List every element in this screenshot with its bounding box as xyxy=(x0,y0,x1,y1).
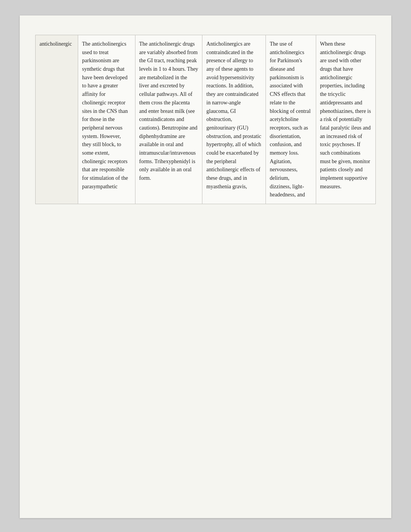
cell-col3: The anticholinergic drugs are variably a… xyxy=(135,35,202,204)
cell-col1: anticholinergic xyxy=(36,35,78,204)
cell-col2: The anticholinergics used to treat parki… xyxy=(78,35,135,204)
table-row: anticholinergic The anticholinergics use… xyxy=(36,35,376,204)
content-table: anticholinergic The anticholinergics use… xyxy=(35,35,376,204)
cell-col6: When these anticholinergic drugs are use… xyxy=(316,35,375,204)
cell-col4: Anticholinergics are contraindicated in … xyxy=(202,35,266,204)
table-wrapper: anticholinergic The anticholinergics use… xyxy=(35,35,376,204)
cell-col5: The use of anticholinergics for Parkinso… xyxy=(265,35,316,204)
page-container: anticholinergic The anticholinergics use… xyxy=(20,15,391,518)
